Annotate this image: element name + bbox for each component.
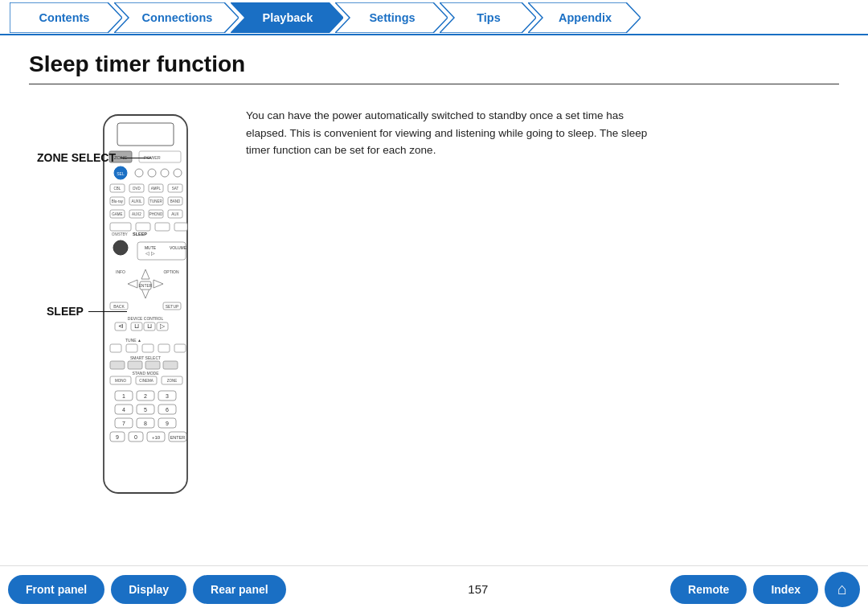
- svg-text:1: 1: [122, 393, 125, 399]
- page-number: 157: [293, 582, 664, 596]
- description-text: You can have the power automatically swi…: [246, 107, 648, 159]
- svg-text:ZONE: ZONE: [167, 379, 178, 383]
- svg-text:0: 0: [134, 434, 137, 440]
- svg-text:4: 4: [122, 407, 125, 413]
- rear-panel-button[interactable]: Rear panel: [193, 575, 286, 604]
- svg-rect-7: [117, 123, 174, 146]
- svg-rect-42: [110, 223, 131, 231]
- svg-text:⊔: ⊔: [134, 322, 139, 330]
- svg-text:3: 3: [166, 393, 169, 399]
- svg-rect-79: [174, 344, 186, 352]
- svg-text:MUTE: MUTE: [145, 245, 157, 250]
- svg-text:CINEMA: CINEMA: [139, 379, 154, 383]
- tab-playback[interactable]: Playback: [231, 2, 343, 33]
- bottom-navigation: Front panel Display Rear panel 157 Remot…: [0, 565, 868, 612]
- svg-rect-84: [163, 361, 178, 369]
- remote-area: ZONE SELECT SLEEP ZONE: [29, 99, 206, 504]
- svg-text:2: 2: [144, 393, 147, 399]
- content-body: ZONE SELECT SLEEP ZONE: [29, 99, 839, 504]
- svg-text:PHONO: PHONO: [149, 212, 163, 216]
- home-icon: ⌂: [837, 580, 847, 598]
- svg-text:ENTER: ENTER: [139, 283, 153, 288]
- svg-text:SMART SELECT: SMART SELECT: [130, 355, 161, 360]
- svg-text:Blu-ray: Blu-ray: [112, 199, 124, 203]
- svg-text:OPTION: OPTION: [163, 269, 179, 274]
- svg-text:9: 9: [116, 434, 119, 440]
- svg-text:SETUP: SETUP: [166, 304, 179, 309]
- zone-select-label: ZONE SELECT: [37, 151, 116, 164]
- sleep-label: SLEEP: [47, 305, 84, 318]
- svg-text:AUX2: AUX2: [132, 212, 141, 216]
- svg-rect-77: [142, 344, 154, 352]
- svg-text:7: 7: [122, 421, 125, 426]
- svg-text:AUX: AUX: [171, 212, 178, 216]
- svg-text:DEVICE CONTROL: DEVICE CONTROL: [128, 316, 164, 321]
- index-button[interactable]: Index: [753, 575, 818, 604]
- svg-rect-43: [136, 223, 150, 231]
- svg-text:SAT: SAT: [172, 187, 179, 191]
- svg-text:ON/STBY: ON/STBY: [112, 232, 128, 236]
- svg-text:AMPL: AMPL: [151, 187, 162, 191]
- svg-text:▷: ▷: [160, 322, 166, 330]
- home-button[interactable]: ⌂: [825, 572, 860, 607]
- svg-point-17: [174, 169, 182, 177]
- svg-text:AUXIL: AUXIL: [131, 199, 142, 203]
- svg-text:SEL: SEL: [117, 171, 125, 176]
- tab-settings[interactable]: Settings: [335, 2, 448, 33]
- svg-rect-45: [174, 223, 187, 231]
- svg-rect-81: [110, 361, 125, 369]
- tab-contents[interactable]: Contents: [10, 2, 122, 33]
- svg-text:⊔: ⊔: [147, 322, 152, 330]
- svg-text:STAND MODE: STAND MODE: [133, 371, 160, 376]
- front-panel-button[interactable]: Front panel: [8, 575, 104, 604]
- svg-text:TUNE ▲: TUNE ▲: [125, 338, 141, 343]
- svg-point-16: [161, 169, 169, 177]
- svg-text:◁ ▷: ◁ ▷: [145, 251, 155, 256]
- tab-connections[interactable]: Connections: [114, 2, 239, 33]
- svg-rect-82: [128, 361, 142, 369]
- svg-text:GAME: GAME: [112, 212, 122, 216]
- svg-rect-44: [155, 223, 170, 231]
- tab-appendix[interactable]: Appendix: [528, 2, 641, 33]
- svg-text:9: 9: [166, 421, 169, 426]
- main-content: Sleep timer function ZONE SELECT SLEEP: [0, 35, 868, 504]
- svg-rect-76: [126, 344, 137, 352]
- display-button[interactable]: Display: [111, 575, 186, 604]
- top-navigation: Contents Connections Playback Settings T…: [0, 0, 868, 35]
- svg-text:VOLUME: VOLUME: [170, 245, 187, 250]
- svg-text:8: 8: [144, 421, 147, 426]
- tab-tips[interactable]: Tips: [440, 2, 536, 33]
- remote-button[interactable]: Remote: [670, 575, 747, 604]
- svg-rect-78: [158, 344, 170, 352]
- svg-text:DVD: DVD: [133, 187, 141, 191]
- svg-point-15: [148, 169, 156, 177]
- svg-rect-83: [145, 361, 160, 369]
- svg-rect-75: [110, 344, 121, 352]
- svg-text:5: 5: [144, 407, 147, 413]
- svg-text:INFO: INFO: [116, 269, 125, 274]
- svg-text:SLEEP: SLEEP: [133, 232, 147, 236]
- svg-text:TUNER: TUNER: [149, 199, 162, 203]
- svg-text:⊲: ⊲: [118, 322, 124, 330]
- svg-point-48: [113, 240, 128, 255]
- svg-text:+10: +10: [152, 435, 161, 440]
- svg-text:CBL: CBL: [114, 187, 121, 191]
- svg-text:MONO: MONO: [115, 379, 126, 383]
- svg-point-14: [135, 169, 143, 177]
- svg-text:6: 6: [166, 407, 169, 413]
- svg-text:BAND: BAND: [170, 199, 181, 203]
- svg-text:ENTER: ENTER: [170, 435, 186, 440]
- page-title: Sleep timer function: [29, 51, 839, 84]
